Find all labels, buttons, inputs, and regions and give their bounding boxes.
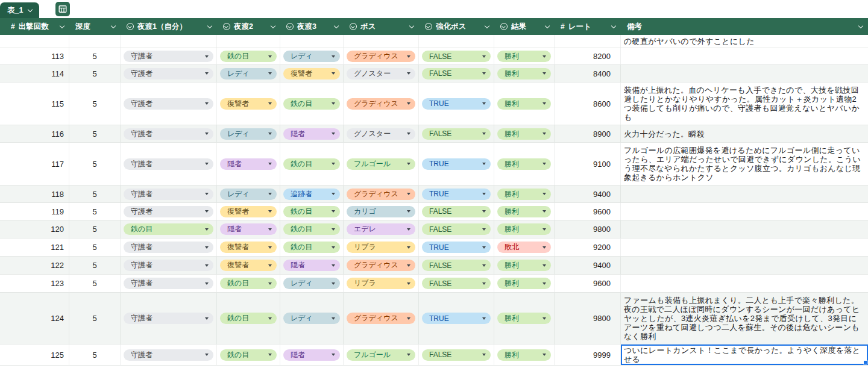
cell-rate[interactable]: 9600 bbox=[555, 203, 621, 220]
dropdown-chip[interactable]: FALSE bbox=[422, 51, 491, 62]
cell-sortie-count[interactable]: 123 bbox=[5, 275, 69, 292]
cell-sortie-count[interactable]: 119 bbox=[5, 203, 69, 220]
cell-rate[interactable]: 9200 bbox=[555, 238, 621, 256]
cell-nightfarer-3[interactable]: 隠者 bbox=[280, 125, 344, 142]
cell-boss[interactable] bbox=[344, 35, 419, 48]
column-header-nightfarer-2[interactable]: 夜渡2 bbox=[217, 18, 280, 35]
cell-nightfarer-3[interactable]: 鉄の目 bbox=[280, 203, 344, 220]
dropdown-chip[interactable]: 敗北 bbox=[497, 242, 551, 253]
cell-enhanced-boss[interactable]: TRUE bbox=[419, 293, 494, 344]
cell-note[interactable] bbox=[621, 275, 868, 292]
dropdown-chip[interactable]: 鉄の目 bbox=[220, 278, 277, 289]
cell-nightfarer-2[interactable]: 復讐者 bbox=[217, 257, 280, 274]
selected-cell[interactable]: ついにレートカンスト！ここまで長かった。ようやく深度を落とせる bbox=[621, 344, 868, 365]
dropdown-chip[interactable]: グラディウス bbox=[347, 51, 415, 62]
dropdown-chip[interactable]: TRUE bbox=[422, 313, 491, 324]
dropdown-chip[interactable]: 隠者 bbox=[283, 260, 340, 271]
cell-sortie-count[interactable] bbox=[5, 35, 69, 48]
column-header-nightfarer-1[interactable]: 夜渡1（自分） bbox=[121, 18, 217, 35]
dropdown-chip[interactable]: 追跡者 bbox=[283, 189, 340, 200]
cell-sortie-count[interactable]: 125 bbox=[5, 344, 69, 365]
cell-note[interactable] bbox=[621, 257, 868, 274]
cell-nightfarer-3[interactable] bbox=[280, 35, 344, 48]
cell-result[interactable]: 勝利 bbox=[494, 344, 555, 365]
cell-depth[interactable]: 5 bbox=[69, 125, 121, 142]
dropdown-chip[interactable]: TRUE bbox=[422, 158, 491, 170]
dropdown-chip[interactable]: 隠者 bbox=[283, 349, 340, 361]
dropdown-chip[interactable]: 鉄の目 bbox=[220, 349, 277, 361]
dropdown-chip[interactable]: FALSE bbox=[422, 68, 491, 80]
dropdown-chip[interactable]: 鉄の目 bbox=[283, 242, 340, 253]
cell-result[interactable]: 敗北 bbox=[494, 238, 555, 256]
cell-result[interactable]: 勝利 bbox=[494, 275, 555, 292]
column-menu-icon[interactable] bbox=[611, 23, 616, 28]
cell-depth[interactable]: 5 bbox=[69, 344, 121, 365]
cell-result[interactable]: 勝利 bbox=[494, 293, 555, 344]
cell-depth[interactable]: 5 bbox=[69, 275, 121, 292]
cell-boss[interactable]: グノスター bbox=[344, 125, 419, 142]
cell-nightfarer-1[interactable]: 守護者 bbox=[121, 48, 217, 64]
cell-enhanced-boss[interactable]: FALSE bbox=[419, 48, 494, 64]
cell-nightfarer-3[interactable]: レディ bbox=[280, 48, 344, 64]
cell-boss[interactable]: グラディウス bbox=[344, 293, 419, 344]
dropdown-chip[interactable]: 守護者 bbox=[124, 128, 213, 140]
cell-boss[interactable]: フルゴール bbox=[344, 344, 419, 365]
column-header-nightfarer-3[interactable]: 夜渡3 bbox=[280, 18, 344, 35]
dropdown-chip[interactable]: TRUE bbox=[422, 189, 491, 200]
dropdown-chip[interactable]: 勝利 bbox=[497, 51, 551, 62]
dropdown-chip[interactable]: レディ bbox=[283, 278, 340, 289]
cell-rate[interactable]: 9800 bbox=[555, 220, 621, 238]
dropdown-chip[interactable]: FALSE bbox=[422, 206, 491, 217]
cell-rate[interactable]: 9100 bbox=[555, 143, 621, 185]
dropdown-chip[interactable]: 鉄の目 bbox=[283, 158, 340, 170]
cell-result[interactable]: 勝利 bbox=[494, 257, 555, 274]
dropdown-chip[interactable]: フルゴール bbox=[347, 349, 415, 361]
cell-result[interactable]: 勝利 bbox=[494, 143, 555, 185]
cell-enhanced-boss[interactable]: FALSE bbox=[419, 125, 494, 142]
fill-handle[interactable] bbox=[863, 360, 867, 364]
cell-depth[interactable]: 5 bbox=[69, 203, 121, 220]
dropdown-chip[interactable]: FALSE bbox=[422, 223, 491, 235]
cell-note[interactable]: 火力十分だった。瞬殺 bbox=[621, 125, 868, 142]
dropdown-chip[interactable]: 復讐者 bbox=[220, 206, 277, 217]
cell-note[interactable] bbox=[621, 238, 868, 256]
cell-rate[interactable]: 8900 bbox=[555, 125, 621, 142]
cell-nightfarer-2[interactable]: 鉄の目 bbox=[217, 344, 280, 365]
cell-enhanced-boss[interactable]: TRUE bbox=[419, 186, 494, 202]
cell-depth[interactable]: 5 bbox=[69, 143, 121, 185]
cell-nightfarer-1[interactable]: 守護者 bbox=[121, 238, 217, 256]
cell-rate[interactable]: 9600 bbox=[555, 275, 621, 292]
cell-nightfarer-1[interactable]: 守護者 bbox=[121, 65, 217, 82]
dropdown-chip[interactable]: リブラ bbox=[347, 278, 415, 289]
column-header-depth[interactable]: 深度 bbox=[69, 18, 121, 35]
cell-sortie-count[interactable]: 122 bbox=[5, 257, 69, 274]
dropdown-chip[interactable]: グノスター bbox=[347, 128, 415, 140]
cell-enhanced-boss[interactable]: FALSE bbox=[419, 65, 494, 82]
cell-depth[interactable] bbox=[69, 35, 121, 48]
cell-note[interactable]: フルゴールの広範囲爆発を避けるためにフルゴール側に走っていったら、エリア端だった… bbox=[621, 143, 868, 185]
cell-nightfarer-1[interactable] bbox=[121, 35, 217, 48]
dropdown-chip[interactable]: 復讐者 bbox=[220, 242, 277, 253]
cell-depth[interactable]: 5 bbox=[69, 238, 121, 256]
dropdown-chip[interactable]: 復讐者 bbox=[220, 98, 277, 110]
cell-rate[interactable] bbox=[555, 35, 621, 48]
cell-rate[interactable]: 8400 bbox=[555, 65, 621, 82]
cell-result[interactable]: 勝利 bbox=[494, 125, 555, 142]
cell-sortie-count[interactable]: 117 bbox=[5, 143, 69, 185]
dropdown-chip[interactable]: 鉄の目 bbox=[220, 313, 277, 324]
cell-depth[interactable]: 5 bbox=[69, 186, 121, 202]
cell-note[interactable]: の硬直がヤバいので外すことにした bbox=[621, 35, 868, 48]
cell-enhanced-boss[interactable]: FALSE bbox=[419, 275, 494, 292]
cell-rate[interactable]: 9999 bbox=[555, 344, 621, 365]
cell-sortie-count[interactable]: 120 bbox=[5, 220, 69, 238]
cell-nightfarer-1[interactable]: 守護者 bbox=[121, 275, 217, 292]
column-header-enhanced-boss[interactable]: 強化ボス bbox=[419, 18, 494, 35]
column-menu-icon[interactable] bbox=[60, 23, 64, 28]
cell-result[interactable] bbox=[494, 35, 555, 48]
cell-nightfarer-1[interactable]: 鉄の目 bbox=[121, 220, 217, 238]
cell-nightfarer-3[interactable]: 隠者 bbox=[280, 344, 344, 365]
cell-nightfarer-2[interactable]: 鉄の目 bbox=[217, 293, 280, 344]
dropdown-chip[interactable]: 勝利 bbox=[497, 128, 551, 140]
cell-nightfarer-2[interactable]: レディ bbox=[217, 125, 280, 142]
dropdown-chip[interactable]: 鉄の目 bbox=[124, 223, 213, 235]
